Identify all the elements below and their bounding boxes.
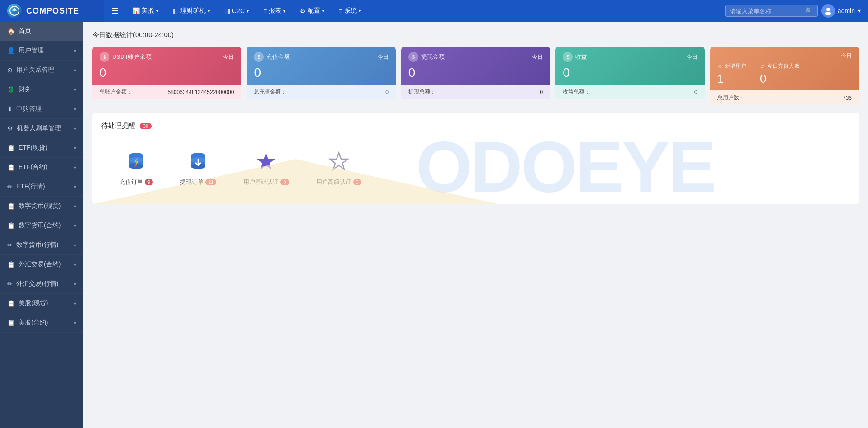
recharge-value: 0	[254, 66, 388, 80]
crypto-market-icon: ✏	[7, 241, 13, 249]
sidebar-item-robot[interactable]: ⚙ 机器人刷单管理 ▾	[0, 119, 83, 138]
forex-futures-icon: 📋	[7, 261, 15, 268]
main-content: 今日数据统计(00:00-24:00) $ USDT账户余额 今日 0 总账户	[83, 22, 868, 428]
c2c-icon: ▦	[224, 7, 230, 14]
sidebar-item-home[interactable]: 🏠 首页	[0, 22, 83, 41]
menu-toggle-button[interactable]: ☰	[104, 6, 126, 16]
stocks-icon: 📊	[132, 7, 140, 14]
stat-card-income: $ 收益 今日 0 收益总额： 0	[555, 47, 704, 105]
svg-marker-4	[92, 159, 499, 204]
sidebar-item-crypto-market[interactable]: ✏ 数字货币(行情) ▾	[0, 235, 83, 255]
sidebar-item-users[interactable]: 👤 用户管理 ▾	[0, 41, 83, 61]
finance-icon: 💲	[7, 86, 15, 93]
new-user-value: 1	[717, 72, 746, 86]
robot-icon: ⚙	[7, 125, 13, 132]
config-icon: ⚙	[300, 7, 306, 14]
top-navigation: COMPOSITE ☰ 📊 美股 ▾ ▦ 理财矿机 ▾ ▦ C2C ▾ ≡ 报表…	[0, 0, 868, 22]
income-value: 0	[563, 66, 697, 80]
sidebar-item-crypto-spot[interactable]: 📋 数字货币(现货) ▾	[0, 197, 83, 216]
user-name: admin	[838, 7, 855, 14]
chevron-right-icon: ▾	[74, 68, 76, 73]
avatar	[821, 4, 835, 18]
chevron-down-icon: ▾	[322, 9, 324, 14]
chevron-right-icon: ▾	[74, 165, 76, 170]
svg-point-1	[13, 8, 16, 11]
sidebar-item-user-relations[interactable]: ⊙ 用户关系管理 ▾	[0, 61, 83, 80]
topnav-right-area: 🔍 admin ▾	[718, 4, 868, 18]
us-spot-icon: 📋	[7, 300, 15, 307]
chevron-right-icon: ▾	[74, 282, 76, 287]
us-futures-icon: 📋	[7, 319, 15, 326]
sidebar: 🏠 首页 👤 用户管理 ▾ ⊙ 用户关系管理 ▾ 💲 财务 ▾	[0, 22, 83, 428]
new-user-icon: ☺	[717, 63, 723, 70]
nav-item-stocks[interactable]: 📊 美股 ▾	[126, 0, 165, 22]
sidebar-item-etf-futures[interactable]: 📋 ETF(合约) ▾	[0, 158, 83, 177]
chevron-down-icon: ▾	[283, 9, 285, 14]
pending-title: 待处理提醒 30	[101, 122, 850, 130]
chevron-right-icon: ▾	[74, 87, 76, 92]
sidebar-item-finance[interactable]: 💲 财务 ▾	[0, 80, 83, 99]
forex-market-icon: ✏	[7, 280, 13, 287]
user-area[interactable]: admin ▾	[821, 4, 861, 18]
search-icon: 🔍	[805, 7, 813, 14]
stat-cards: $ USDT账户余额 今日 0 总账户金额： 58006344812445220…	[92, 47, 859, 105]
main-layout: 🏠 首页 👤 用户管理 ▾ ⊙ 用户关系管理 ▾ 💲 财务 ▾	[0, 22, 868, 428]
sidebar-item-forex-market[interactable]: ✏ 外汇交易(行情) ▾	[0, 274, 83, 294]
recharge-icon: $	[254, 52, 264, 62]
chevron-right-icon: ▾	[74, 48, 76, 53]
etf-icon: 📋	[7, 144, 15, 151]
section-title: 今日数据统计(00:00-24:00)	[92, 31, 859, 39]
pending-badge: 30	[140, 123, 152, 129]
home-icon: 🏠	[7, 28, 15, 35]
stat-card-usdt: $ USDT账户余额 今日 0 总账户金额： 58006344812445220…	[92, 47, 241, 105]
nav-item-system[interactable]: ≡ 系统 ▾	[332, 0, 367, 22]
search-input[interactable]	[730, 8, 802, 14]
top-menu: 📊 美股 ▾ ▦ 理财矿机 ▾ ▦ C2C ▾ ≡ 报表 ▾ ⚙ 配置 ▾ ≡ …	[126, 0, 718, 22]
nav-item-config[interactable]: ⚙ 配置 ▾	[294, 0, 331, 22]
withdraw-value: 0	[408, 66, 543, 80]
nav-item-c2c[interactable]: ▦ C2C ▾	[218, 0, 255, 22]
nav-item-mining[interactable]: ▦ 理财矿机 ▾	[166, 0, 216, 22]
sidebar-item-us-futures[interactable]: 📋 美股(合约) ▾	[0, 313, 83, 333]
chevron-right-icon: ▾	[74, 243, 76, 248]
chevron-right-icon: ▾	[74, 107, 76, 112]
mining-icon: ▦	[173, 7, 179, 14]
brand-area: COMPOSITE	[0, 0, 104, 22]
sidebar-item-crypto-futures[interactable]: 📋 数字货币(合约) ▾	[0, 216, 83, 235]
search-box[interactable]: 🔍	[725, 5, 818, 17]
recharge-user-value: 0	[760, 72, 800, 86]
chevron-right-icon: ▾	[74, 126, 76, 131]
relation-icon: ⊙	[7, 66, 13, 74]
sidebar-item-subscription[interactable]: ⬇ 申购管理 ▾	[0, 99, 83, 119]
user-icon: 👤	[7, 47, 15, 54]
crypto-spot-icon: 📋	[7, 202, 15, 210]
withdraw-icon: $	[408, 52, 418, 62]
sidebar-item-us-spot[interactable]: 📋 美股(现货) ▾	[0, 294, 83, 313]
crypto-futures-icon: 📋	[7, 222, 15, 229]
chevron-down-icon: ▾	[156, 9, 158, 14]
svg-point-2	[826, 8, 830, 11]
chevron-right-icon: ▾	[74, 146, 76, 151]
chevron-right-icon: ▾	[74, 184, 76, 189]
stat-card-withdraw: $ 提现金额 今日 0 提现总额： 0	[401, 47, 550, 105]
reports-icon: ≡	[263, 7, 267, 14]
svg-point-3	[825, 12, 831, 15]
sidebar-item-etf-market[interactable]: ✏ ETF(行情) ▾	[0, 177, 83, 197]
chevron-down-icon: ▾	[208, 9, 210, 14]
chevron-right-icon: ▾	[74, 262, 76, 267]
nav-item-reports[interactable]: ≡ 报表 ▾	[257, 0, 292, 22]
user-dropdown-icon: ▾	[858, 7, 861, 14]
etf-futures-icon: 📋	[7, 164, 15, 171]
usdt-value: 0	[100, 66, 234, 80]
sidebar-item-etf-spot[interactable]: 📋 ETF(现货) ▾	[0, 138, 83, 158]
brand-logo	[7, 4, 22, 18]
chevron-right-icon: ▾	[74, 223, 76, 228]
income-icon: $	[563, 52, 573, 62]
usdt-icon: $	[100, 52, 109, 62]
chevron-right-icon: ▾	[74, 320, 76, 325]
sidebar-item-forex-futures[interactable]: 📋 外汇交易(合约) ▾	[0, 255, 83, 274]
chevron-right-icon: ▾	[74, 204, 76, 209]
chevron-down-icon: ▾	[359, 9, 361, 14]
chevron-down-icon: ▾	[247, 9, 249, 14]
system-icon: ≡	[339, 7, 342, 14]
